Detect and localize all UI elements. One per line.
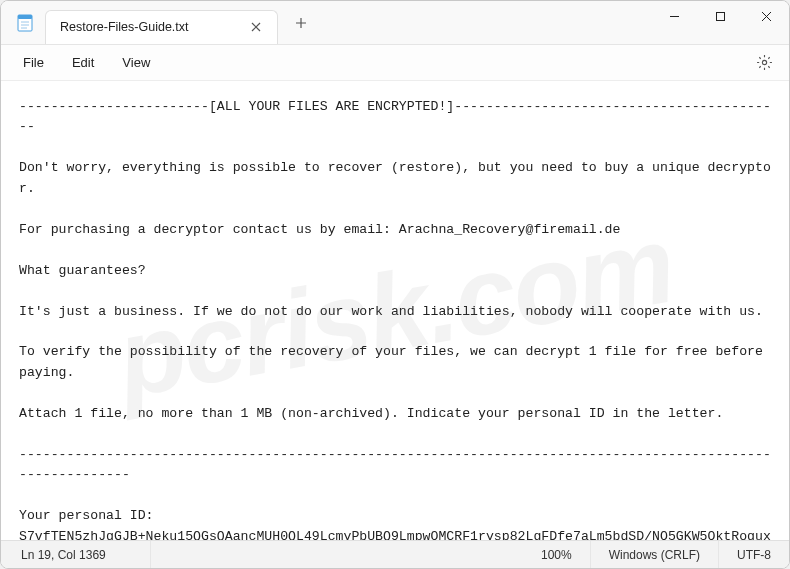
tab-title: Restore-Files-Guide.txt [60,20,189,34]
svg-rect-10 [716,13,724,21]
close-window-button[interactable] [743,1,789,33]
add-tab-button[interactable] [286,8,316,38]
close-tab-icon[interactable] [249,20,263,34]
minimize-button[interactable] [651,1,697,33]
maximize-button[interactable] [697,1,743,33]
status-zoom[interactable]: 100% [523,541,591,568]
titlebar: Restore-Files-Guide.txt [1,1,789,45]
menu-view[interactable]: View [110,51,162,74]
svg-point-13 [762,60,766,64]
document-text[interactable]: ------------------------[ALL YOUR FILES … [1,81,789,540]
menu-edit[interactable]: Edit [60,51,106,74]
statusbar: Ln 19, Col 1369 100% Windows (CRLF) UTF-… [1,540,789,568]
status-cursor-position: Ln 19, Col 1369 [1,541,151,568]
window-controls [651,1,789,45]
menubar: File Edit View [1,45,789,81]
status-line-ending[interactable]: Windows (CRLF) [591,541,719,568]
notepad-window: Restore-Files-Guide.txt File Edit View [0,0,790,569]
menu-file[interactable]: File [11,51,56,74]
editor-area[interactable]: pcrisk.com ------------------------[ALL … [1,81,789,540]
status-encoding[interactable]: UTF-8 [719,541,789,568]
notepad-icon [15,13,35,33]
file-tab[interactable]: Restore-Files-Guide.txt [45,10,278,44]
settings-button[interactable] [749,48,779,78]
svg-rect-1 [18,15,32,19]
